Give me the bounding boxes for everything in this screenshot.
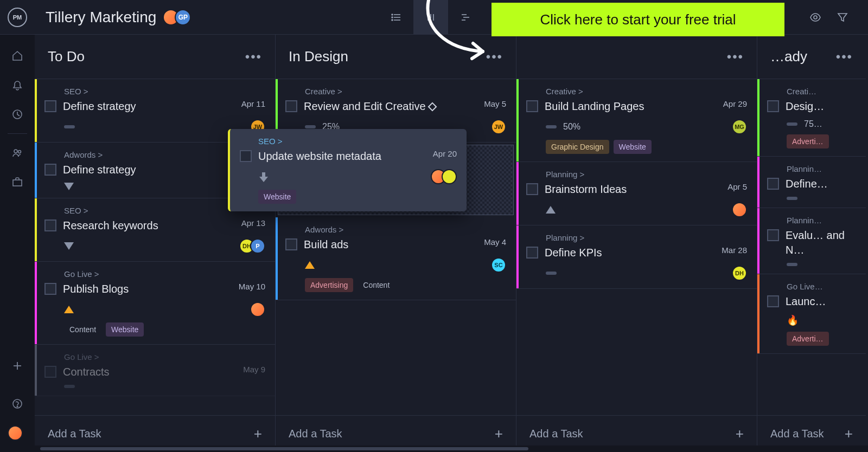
card-meta: DH bbox=[546, 266, 747, 281]
tag[interactable]: Website bbox=[614, 140, 652, 154]
header-avatar[interactable]: GP bbox=[175, 9, 191, 25]
card-checkbox[interactable] bbox=[44, 219, 56, 231]
tag[interactable]: Content bbox=[358, 278, 395, 292]
card-meta bbox=[64, 302, 265, 317]
card-checkbox[interactable] bbox=[767, 100, 779, 112]
sidebar-user-avatar[interactable] bbox=[0, 418, 35, 448]
sidebar-notifications-icon[interactable] bbox=[0, 70, 35, 100]
horizontal-scrollbar[interactable] bbox=[35, 445, 868, 452]
card-checkbox[interactable] bbox=[767, 295, 779, 307]
progress-bar-icon bbox=[787, 197, 797, 200]
topbar-actions bbox=[809, 11, 848, 23]
sidebar-recent-icon[interactable] bbox=[0, 100, 35, 129]
task-card[interactable]: Go Live >ContractsMay 9 bbox=[35, 345, 275, 396]
card-title: Brainstorm Ideas bbox=[545, 182, 721, 197]
card-meta bbox=[787, 197, 856, 200]
column-menu-icon[interactable]: ••• bbox=[727, 49, 744, 64]
card-checkbox[interactable] bbox=[285, 100, 297, 112]
card-checkbox[interactable] bbox=[240, 150, 252, 162]
filter-icon[interactable] bbox=[837, 11, 848, 23]
assignee-avatar[interactable]: MG bbox=[732, 119, 747, 134]
card-tags: AdvertisingContent bbox=[305, 278, 506, 292]
tag[interactable]: Advertising bbox=[305, 278, 353, 292]
card-date: Apr 11 bbox=[241, 99, 265, 108]
tag[interactable]: Website bbox=[106, 322, 144, 337]
card-stripe bbox=[35, 345, 37, 396]
card-checkbox[interactable] bbox=[44, 366, 56, 378]
card-category: Creative > bbox=[305, 87, 506, 96]
header-avatar-group[interactable]: GP bbox=[167, 9, 191, 25]
task-card[interactable]: Planning >Define KPIsMar 28DH bbox=[516, 225, 757, 289]
card-meta: 75… bbox=[787, 119, 856, 129]
scrollbar-thumb[interactable] bbox=[40, 447, 528, 450]
card-checkbox[interactable] bbox=[526, 183, 538, 195]
sidebar-add-icon[interactable] bbox=[0, 351, 35, 380]
task-card[interactable]: Go Live >Publish BlogsMay 10ContentWebsi… bbox=[35, 262, 275, 345]
card-stripe bbox=[757, 79, 760, 156]
dragging-card[interactable]: SEO > Update website metadata Apr 20 Web… bbox=[228, 129, 467, 211]
card-meta: DHP bbox=[64, 238, 265, 254]
card-stripe bbox=[516, 79, 519, 162]
card-stripe bbox=[516, 162, 519, 225]
assignee-avatar[interactable]: SC bbox=[491, 257, 506, 273]
card-checkbox[interactable] bbox=[767, 178, 779, 190]
view-gantt-icon[interactable] bbox=[448, 0, 483, 35]
column-menu-icon[interactable]: ••• bbox=[836, 49, 853, 64]
tag[interactable]: Adverti… bbox=[787, 134, 829, 148]
card-category: Planning > bbox=[546, 170, 747, 179]
card-checkbox[interactable] bbox=[526, 100, 538, 112]
card-meta bbox=[64, 385, 265, 388]
card-checkbox[interactable] bbox=[767, 229, 779, 241]
column-menu-icon[interactable]: ••• bbox=[486, 49, 503, 64]
sidebar-team-icon[interactable] bbox=[0, 138, 35, 167]
view-board-icon[interactable] bbox=[413, 0, 448, 35]
assignee-avatar[interactable] bbox=[732, 202, 747, 217]
assignee-avatar[interactable]: DH bbox=[732, 266, 747, 281]
tag[interactable]: Adverti… bbox=[787, 332, 829, 346]
assignee-avatar[interactable] bbox=[442, 169, 457, 184]
card-date: Apr 13 bbox=[241, 218, 265, 228]
tag[interactable]: Content bbox=[64, 322, 101, 337]
kanban-board: To Do•••SEO >Define strategyApr 11JWAdwo… bbox=[35, 35, 868, 452]
assignee-avatar[interactable]: JW bbox=[491, 119, 506, 134]
sidebar-home-icon[interactable] bbox=[0, 41, 35, 70]
task-card[interactable]: Adwords >Build adsMay 4SCAdvertisingCont… bbox=[276, 217, 516, 300]
add-task-label: Add a Task bbox=[529, 428, 583, 440]
task-card[interactable]: Go Live…Launc…🔥Adverti… bbox=[757, 274, 866, 354]
progress-bar-icon bbox=[546, 272, 557, 275]
plus-icon: + bbox=[845, 425, 853, 442]
card-checkbox[interactable] bbox=[44, 100, 56, 112]
task-card[interactable]: Planning >Brainstorm IdeasApr 5 bbox=[516, 162, 757, 225]
tag[interactable]: Graphic Design bbox=[546, 140, 609, 154]
assignee-avatar[interactable]: P bbox=[250, 238, 265, 254]
column-title: To Do bbox=[48, 48, 85, 65]
task-card[interactable]: Plannin…Evalu… and N… bbox=[757, 208, 866, 274]
board-column: In Design•••Creative >Review and Edit Cr… bbox=[276, 35, 516, 452]
task-card[interactable]: Creati…Desig…75…Adverti… bbox=[757, 79, 866, 157]
progress-bar-icon bbox=[787, 122, 797, 126]
card-tags: Adverti… bbox=[787, 332, 856, 346]
sidebar bbox=[0, 35, 35, 452]
column-title: In Design bbox=[289, 48, 348, 65]
column-menu-icon[interactable]: ••• bbox=[245, 49, 262, 64]
app-logo[interactable]: PM bbox=[0, 8, 35, 27]
card-checkbox[interactable] bbox=[526, 247, 538, 259]
card-title: Update website metadata bbox=[258, 149, 426, 164]
sidebar-portfolio-icon[interactable] bbox=[0, 167, 35, 197]
visibility-icon[interactable] bbox=[809, 11, 821, 23]
card-checkbox[interactable] bbox=[44, 164, 56, 176]
sidebar-help-icon[interactable] bbox=[0, 389, 35, 418]
card-avatars bbox=[254, 302, 265, 317]
view-list-icon[interactable] bbox=[379, 0, 413, 35]
card-checkbox[interactable] bbox=[44, 283, 56, 295]
task-card[interactable]: Creative >Build Landing PagesApr 2950%MG… bbox=[516, 79, 757, 162]
card-category: Plannin… bbox=[787, 164, 856, 173]
task-card[interactable]: Plannin…Define… bbox=[757, 157, 866, 208]
tag[interactable]: Website bbox=[258, 190, 296, 204]
card-date: May 9 bbox=[243, 365, 265, 374]
cta-banner[interactable]: Click here to start your free trial bbox=[492, 3, 784, 36]
svg-point-27 bbox=[17, 406, 18, 407]
card-date: May 4 bbox=[484, 237, 506, 247]
card-checkbox[interactable] bbox=[285, 238, 297, 250]
assignee-avatar[interactable] bbox=[250, 302, 265, 317]
